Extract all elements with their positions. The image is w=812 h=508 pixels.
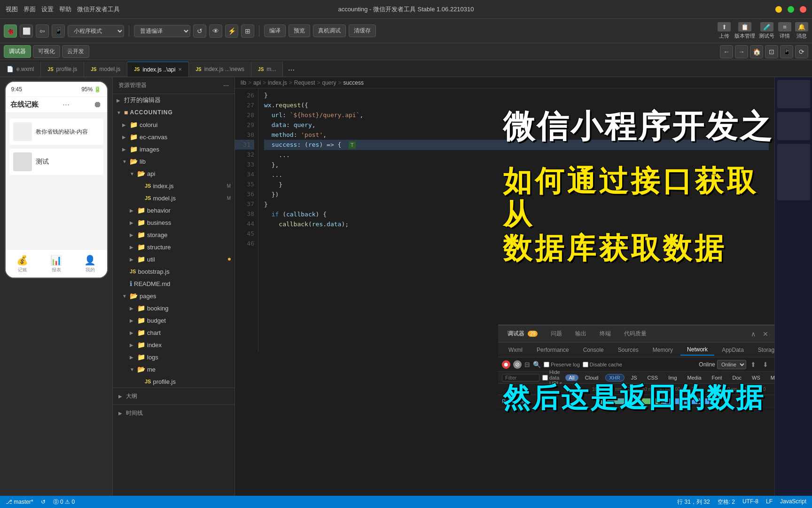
phone-record[interactable]: ⏺ bbox=[94, 100, 102, 110]
devtools-tab-output[interactable]: 输出 bbox=[570, 328, 592, 340]
real-device-button[interactable]: 真机调试 bbox=[313, 24, 346, 37]
mode-select[interactable]: 小程序模式 bbox=[68, 25, 124, 37]
filter-font[interactable]: Font bbox=[708, 374, 726, 381]
menu-help[interactable]: 帮助 bbox=[59, 5, 71, 14]
business-folder[interactable]: ▶ 📁 business bbox=[113, 216, 234, 229]
filter-all[interactable]: All bbox=[565, 374, 578, 381]
api-folder[interactable]: ▼ 📂 api bbox=[113, 167, 234, 180]
encoding[interactable]: UTF-8 bbox=[742, 498, 758, 506]
tab-ewxml[interactable]: 📄 e.wxml bbox=[0, 62, 41, 77]
upload-button[interactable]: ⬆ 上传 bbox=[718, 22, 731, 40]
pages-folder[interactable]: ▼ 📂 pages bbox=[113, 290, 234, 302]
sidebar-content[interactable]: ▶ 打开的编辑器 ▼ ■ ACCOUNTING ▶ 📁 colorui ▶ 📁 … bbox=[113, 94, 234, 508]
rotate-icon[interactable]: ⟳ bbox=[795, 45, 808, 58]
network-row-requests[interactable]: Requests bbox=[498, 395, 774, 407]
debug-tab[interactable]: 调试器 bbox=[4, 45, 31, 58]
tab-index-js-news[interactable]: JS index.js ...\news bbox=[189, 62, 251, 77]
me-folder[interactable]: ▼ 📂 me bbox=[113, 363, 234, 375]
images-folder[interactable]: ▶ 📁 images bbox=[113, 143, 234, 155]
tab-profile-js[interactable]: JS profile.js bbox=[41, 62, 84, 77]
phone2-icon[interactable]: 📱 bbox=[780, 45, 793, 58]
nav-report[interactable]: 📊 报表 bbox=[50, 254, 62, 273]
layers-icon[interactable]: ⊞ bbox=[241, 24, 254, 38]
nav-forward[interactable]: → bbox=[735, 45, 748, 58]
timeline-section[interactable]: ▶ 时间线 bbox=[113, 405, 234, 421]
outline-section[interactable]: ▶ 大纲 bbox=[113, 388, 234, 405]
tab-index-js-api[interactable]: JS index.js ..\api ✕ bbox=[127, 62, 189, 77]
language[interactable]: JavaScript bbox=[780, 498, 806, 506]
clean-cache-button[interactable]: 清缓存 bbox=[349, 24, 376, 37]
bell-button[interactable]: 🔔 消息 bbox=[795, 22, 808, 40]
bootstrap-js-file[interactable]: JS bootstrap.js bbox=[113, 265, 234, 278]
network-list[interactable]: Requests bbox=[498, 395, 774, 508]
ec-canvas-folder[interactable]: ▶ 📁 ec-canvas bbox=[113, 131, 234, 143]
code-content[interactable]: } wx.request({ url: `${host}/query.api`,… bbox=[258, 88, 774, 352]
disable-cache-checkbox[interactable]: Disable cache bbox=[583, 362, 622, 367]
network-tab-sources[interactable]: Sources bbox=[611, 345, 645, 355]
sync-icon[interactable]: ↺ bbox=[41, 499, 46, 505]
tab-model-js[interactable]: JS model.js bbox=[84, 62, 127, 77]
filter-manifest[interactable]: Manifest bbox=[767, 374, 774, 381]
more-icon[interactable]: ⋯ bbox=[223, 82, 229, 89]
filter-button[interactable]: ⊟ bbox=[524, 361, 530, 368]
layout-icon[interactable]: ⊡ bbox=[765, 45, 778, 58]
debug2-icon[interactable]: ⚡ bbox=[225, 24, 238, 38]
model-js-file[interactable]: JS model.js M bbox=[113, 192, 234, 204]
compile-select[interactable]: 普通编译 bbox=[134, 25, 190, 37]
root-folder[interactable]: ▼ ■ ACCOUNTING bbox=[113, 106, 234, 119]
filter-ws[interactable]: WS bbox=[748, 374, 764, 381]
logs-folder[interactable]: ▶ 📁 logs bbox=[113, 351, 234, 363]
spaces[interactable]: 空格: 2 bbox=[718, 498, 735, 506]
readme-file[interactable]: ℹ README.md bbox=[113, 278, 234, 290]
filter-xhr[interactable]: XHR bbox=[605, 374, 625, 381]
network-tab-performance[interactable]: Performance bbox=[530, 345, 576, 355]
filter-doc[interactable]: Doc bbox=[729, 374, 746, 381]
budget-folder[interactable]: ▶ 📁 budget bbox=[113, 314, 234, 326]
record-button[interactable]: ⏺ bbox=[502, 360, 510, 369]
compile-button[interactable]: 编译 bbox=[264, 24, 286, 37]
booking-folder[interactable]: ▶ 📁 booking bbox=[113, 302, 234, 314]
filter-media[interactable]: Media bbox=[684, 374, 705, 381]
index-js-file[interactable]: JS index.js M bbox=[113, 180, 234, 192]
line-ending[interactable]: LF bbox=[766, 498, 773, 506]
devtools-tab-terminal[interactable]: 终端 bbox=[594, 328, 617, 340]
nav-accounting[interactable]: 💰 记账 bbox=[16, 254, 28, 273]
lib-folder[interactable]: ▼ 📂 lib bbox=[113, 155, 234, 167]
visible-tab[interactable]: 可视化 bbox=[33, 45, 60, 58]
maximize-button[interactable] bbox=[788, 6, 794, 13]
stop-button[interactable]: ⊘ bbox=[513, 360, 522, 369]
phone-menu[interactable]: ··· bbox=[62, 100, 70, 110]
devtools-tab-quality[interactable]: 代码质量 bbox=[618, 328, 652, 340]
colorui-folder[interactable]: ▶ 📁 colorui bbox=[113, 119, 234, 131]
devtools-tab-issues[interactable]: 问题 bbox=[545, 328, 568, 340]
behavior-folder[interactable]: ▶ 📁 behavior bbox=[113, 204, 234, 216]
git-branch[interactable]: ⎇ master* bbox=[6, 499, 33, 505]
filter-input[interactable] bbox=[502, 374, 539, 381]
util-folder[interactable]: ▶ 📁 util bbox=[113, 253, 234, 265]
preserve-log-checkbox[interactable]: Preserve log bbox=[544, 362, 580, 367]
menu-settings[interactable]: 设置 bbox=[41, 5, 54, 14]
devtools-close-button[interactable]: ✕ bbox=[760, 329, 771, 339]
menu-view[interactable]: 视图 bbox=[6, 5, 18, 14]
version-button[interactable]: 📋 版本管理 bbox=[734, 22, 755, 40]
debug-icon[interactable]: 🐞 bbox=[4, 24, 17, 38]
export-icon[interactable]: ⬇ bbox=[760, 359, 771, 370]
line-col[interactable]: 行 31，列 32 bbox=[677, 498, 710, 506]
network-tab-network[interactable]: Network bbox=[680, 344, 714, 356]
details-button[interactable]: ≡ 详情 bbox=[778, 22, 791, 40]
filter-img[interactable]: Img bbox=[664, 374, 680, 381]
more-tabs-icon[interactable]: ⋯ bbox=[285, 64, 298, 77]
storage-folder[interactable]: ▶ 📁 storage bbox=[113, 229, 234, 241]
refresh-icon[interactable]: ↺ bbox=[193, 24, 206, 38]
filter-cloud[interactable]: Cloud bbox=[581, 374, 602, 381]
simulator-icon[interactable]: ⬜ bbox=[20, 24, 33, 38]
minimize-button[interactable] bbox=[775, 6, 782, 13]
network-tab-wxml[interactable]: Wxml bbox=[502, 345, 529, 355]
throttle-select[interactable]: Online bbox=[717, 360, 746, 369]
cloud-tab[interactable]: 云开发 bbox=[62, 45, 89, 58]
close-button[interactable] bbox=[800, 6, 806, 13]
chart-folder[interactable]: ▶ 📁 chart bbox=[113, 326, 234, 339]
nav-back[interactable]: ← bbox=[720, 45, 733, 58]
filter-js[interactable]: JS bbox=[627, 374, 641, 381]
menu-interface[interactable]: 界面 bbox=[23, 5, 36, 14]
